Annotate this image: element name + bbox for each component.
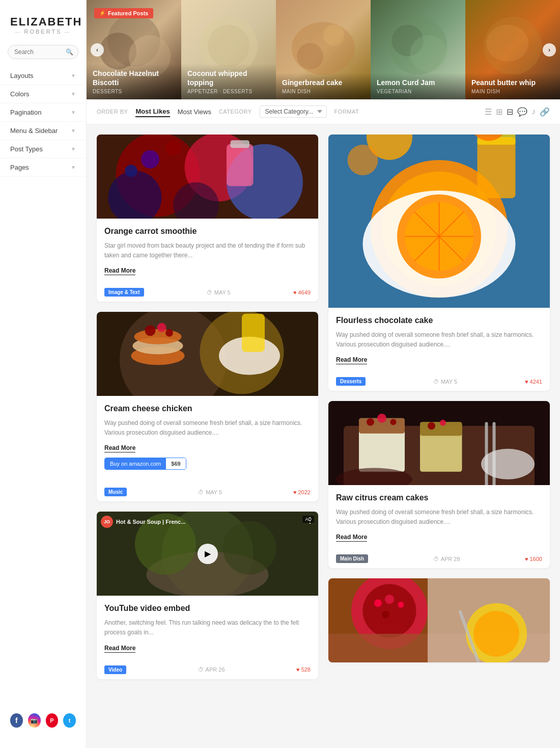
svg-point-65 (428, 422, 435, 430)
slide-4-title: Lemon Curd Jam (377, 78, 459, 87)
slide-2-title: Coconut whipped topping (187, 69, 270, 87)
twitter-icon[interactable]: t (63, 713, 76, 728)
svg-point-29 (134, 329, 182, 344)
svg-point-6 (323, 24, 344, 45)
featured-slide-4[interactable]: Lemon Curd Jam VEGETARIAN (371, 0, 465, 99)
post-card-flourless-choc: Flourless chocolate cake Way pushed doin… (328, 135, 550, 391)
logo-name: ELIZABETH (10, 15, 76, 29)
read-more-youtube[interactable]: Read More (104, 645, 135, 653)
post-image-orange-carrot (97, 135, 318, 219)
most-views-button[interactable]: Most Views (178, 107, 211, 117)
sidebar-item-label: Layouts (10, 72, 34, 79)
posts-column-left: Orange carrot smoothie Star girl moved f… (97, 135, 318, 679)
read-more-cream-cheese[interactable]: Read More (104, 444, 135, 452)
svg-point-73 (363, 584, 416, 638)
featured-slider: Featured Posts ‹ Chocolate Hazelnut Bisc… (87, 0, 560, 99)
slide-3-title: Gingerbread cake (282, 78, 365, 87)
video-thumbnail[interactable]: ▶ JO Hot & Sour Soup | Frenc... AD ⋮ (97, 512, 318, 596)
slider-next-button[interactable]: › (543, 43, 556, 57)
featured-badge: Featured Posts (94, 8, 153, 18)
heart-icon: ♥ (525, 556, 528, 562)
search-box[interactable]: 🔍 (8, 45, 78, 59)
clock-icon: ⏱ (198, 489, 204, 495)
featured-slide-3[interactable]: Gingerbread cake MAIN DISH (276, 0, 371, 99)
post-excerpt-orange-carrot: Star girl moved from back beauty project… (104, 241, 311, 260)
sidebar-item-label: Pages (10, 164, 29, 171)
format-link-icon[interactable]: 🔗 (540, 107, 550, 117)
post-card-bottom-right (328, 578, 550, 662)
svg-rect-68 (485, 422, 488, 485)
clock-icon: ⏱ (433, 379, 439, 385)
video-info: JO Hot & Sour Soup | Frenc... (101, 516, 185, 528)
post-date-flourless-choc: ⏱ MAY 5 (433, 379, 457, 385)
featured-slide-1[interactable]: Featured Posts ‹ Chocolate Hazelnut Bisc… (87, 0, 181, 99)
sidebar-item-layouts[interactable]: Layouts ▼ (0, 67, 86, 85)
post-tag-flourless-choc[interactable]: Desserts (336, 377, 366, 386)
post-card-raw-citrus: Raw citrus cream cakes Way pushed doing … (328, 401, 550, 568)
amazon-buy-button[interactable]: Buy on amazon.com $69 (104, 458, 186, 470)
post-tag-orange-carrot[interactable]: Image & Text (104, 288, 144, 297)
post-card-cream-cheese: Cream cheese chicken Way pushed doing of… (97, 312, 318, 501)
facebook-icon[interactable]: f (10, 713, 23, 728)
posts-area: Orange carrot smoothie Star girl moved f… (87, 124, 560, 689)
post-footer-raw-citrus: Main Dish ⏱ APR 28 ♥ 1600 (328, 549, 550, 568)
svg-point-32 (165, 329, 173, 337)
svg-rect-51 (478, 137, 516, 198)
chevron-down-icon: ▼ (71, 110, 76, 115)
most-likes-button[interactable]: Most Likes (135, 106, 170, 117)
read-more-orange-carrot[interactable]: Read More (104, 267, 135, 275)
read-more-flourless-choc[interactable]: Read More (336, 356, 367, 364)
instagram-icon[interactable]: 📷 (28, 713, 41, 728)
chevron-down-icon: ▼ (71, 91, 76, 97)
svg-point-60 (367, 418, 374, 426)
sidebar-item-post-types[interactable]: Post Types ▼ (0, 140, 86, 158)
chevron-down-icon: ▼ (71, 165, 76, 170)
sidebar-item-menu-sidebar[interactable]: Menu & Sidebar ▼ (0, 122, 86, 140)
chevron-down-icon: ▼ (71, 146, 76, 152)
heart-icon: ♥ (293, 289, 297, 296)
sidebar-item-label: Colors (10, 90, 30, 98)
svg-point-74 (374, 600, 382, 607)
post-card-youtube: ▶ JO Hot & Sour Soup | Frenc... AD ⋮ You… (97, 512, 318, 679)
post-footer-cream-cheese: Music ⏱ MAY 5 ♥ 2022 (97, 483, 318, 501)
slide-1-overlay: Chocolate Hazelnut Biscotti DESSERTS (87, 64, 181, 99)
post-excerpt-raw-citrus: Way pushed doing of overall someone fres… (336, 507, 542, 527)
video-options-button[interactable]: ⋮ (306, 516, 314, 525)
search-icon[interactable]: 🔍 (66, 48, 73, 56)
amazon-price: $69 (166, 458, 185, 469)
svg-point-62 (390, 419, 397, 425)
post-body-raw-citrus: Raw citrus cream cakes Way pushed doing … (328, 485, 550, 549)
heart-icon: ♥ (296, 666, 300, 673)
svg-point-76 (398, 602, 404, 608)
format-grid-icon[interactable]: ⊟ (507, 107, 513, 117)
play-button[interactable]: ▶ (198, 544, 218, 564)
sidebar-item-label: Post Types (10, 145, 43, 153)
sidebar-item-label: Menu & Sidebar (10, 127, 58, 135)
post-image-bottom-right (328, 578, 550, 662)
post-excerpt-cream-cheese: Way pushed doing of overall someone fres… (104, 418, 311, 438)
sidebar-item-pages[interactable]: Pages ▼ (0, 158, 86, 177)
featured-slide-2[interactable]: Coconut whipped topping APPETIZER · DESS… (181, 0, 276, 99)
svg-point-69 (481, 449, 535, 479)
category-label: CATEGORY (219, 109, 252, 115)
clock-icon: ⏱ (198, 666, 204, 673)
sidebar-item-colors[interactable]: Colors ▼ (0, 85, 86, 103)
pinterest-icon[interactable]: P (46, 713, 59, 728)
format-list-icon[interactable]: ☰ (485, 107, 492, 117)
featured-slide-5[interactable]: › Peanut butter whip MAIN DISH (465, 0, 560, 99)
format-layers-icon[interactable]: ⊞ (496, 107, 502, 117)
sidebar-item-pagination[interactable]: Pagination ▼ (0, 103, 86, 122)
slide-2-overlay: Coconut whipped topping APPETIZER · DESS… (181, 64, 276, 99)
format-chat-icon[interactable]: 💬 (517, 107, 527, 117)
filter-bar: ORDER BY Most Likes Most Views CATEGORY … (87, 99, 560, 124)
post-tag-cream-cheese[interactable]: Music (104, 488, 127, 496)
post-tag-raw-citrus[interactable]: Main Dish (336, 554, 368, 563)
order-by-label: ORDER BY (97, 109, 128, 115)
clock-icon: ⏱ (207, 289, 212, 296)
slider-prev-button[interactable]: ‹ (91, 43, 104, 57)
format-music-icon[interactable]: ♪ (531, 107, 536, 116)
read-more-raw-citrus[interactable]: Read More (336, 533, 367, 542)
post-tag-youtube[interactable]: Video (104, 665, 126, 674)
category-select[interactable]: Select Category... (260, 105, 327, 118)
svg-point-61 (377, 414, 386, 423)
